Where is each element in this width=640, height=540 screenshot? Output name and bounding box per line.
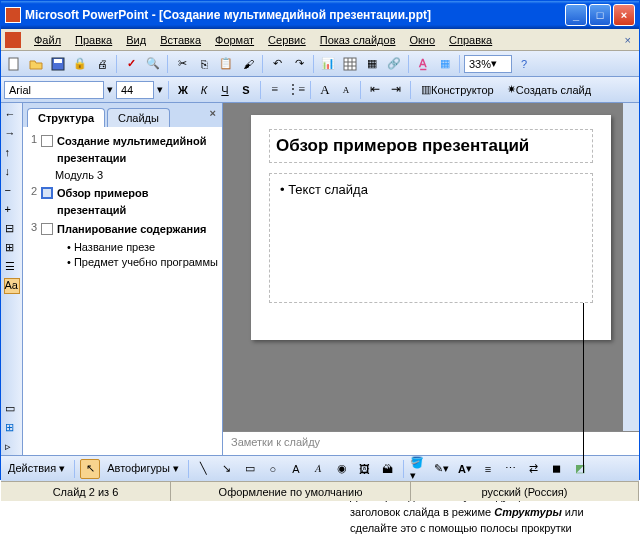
menu-tools[interactable]: Сервис [261,32,313,48]
close-pane-icon[interactable]: × [210,107,216,119]
dash-style-icon[interactable]: ⋯ [501,459,521,479]
menu-format[interactable]: Формат [208,32,261,48]
threed-style-icon[interactable]: ◩ [570,459,590,479]
font-name-select[interactable]: Arial [4,81,104,99]
slide-body-placeholder[interactable]: • Текст слайда [269,173,593,303]
collapse-icon[interactable]: − [4,183,20,199]
italic-button[interactable]: К [195,81,213,99]
rectangle-icon[interactable]: ▭ [240,459,260,479]
demote-icon[interactable]: → [4,126,20,142]
menu-window[interactable]: Окно [403,32,443,48]
outline-bullet[interactable]: • Предмет учебно программы [67,256,218,268]
menu-edit[interactable]: Правка [68,32,119,48]
chart-icon[interactable]: 📊 [318,54,338,74]
designer-button[interactable]: ▥ Конструктор [416,80,499,100]
collapse-all-icon[interactable]: ⊟ [4,221,20,237]
help-icon[interactable]: ? [514,54,534,74]
increase-indent-icon[interactable]: ⇥ [387,81,405,99]
help-question[interactable]: × [619,32,637,48]
print-icon[interactable]: 🖨 [92,54,112,74]
picture-icon[interactable]: 🏔 [378,459,398,479]
diagram-icon[interactable]: ◉ [332,459,352,479]
research-icon[interactable]: 🔍 [143,54,163,74]
spellcheck-icon[interactable]: ✓ [121,54,141,74]
table-icon[interactable] [340,54,360,74]
slide-area[interactable]: Обзор примеров презентаций • Текст слайд… [223,103,639,431]
new-slide-button[interactable]: ✷ Создать слайд [502,80,596,100]
bold-button[interactable]: Ж [174,81,192,99]
slide-sorter-icon[interactable]: ⊞ [4,420,20,436]
close-button[interactable]: × [613,4,635,26]
line-style-icon[interactable]: ≡ [478,459,498,479]
menu-slideshow[interactable]: Показ слайдов [313,32,403,48]
expand-icon[interactable]: + [4,202,20,218]
textbox-icon[interactable]: A [286,459,306,479]
undo-icon[interactable]: ↶ [267,54,287,74]
cut-icon[interactable]: ✂ [172,54,192,74]
line-color-icon[interactable]: ✎▾ [432,459,452,479]
slide[interactable]: Обзор примеров презентаций • Текст слайд… [251,115,611,340]
move-down-icon[interactable]: ↓ [4,164,20,180]
slide-icon[interactable] [41,223,53,235]
summary-icon[interactable]: ☰ [4,259,20,275]
paste-icon[interactable]: 📋 [216,54,236,74]
outline-item[interactable]: 2 Обзор примеров презентаций [27,185,218,218]
expand-icon[interactable]: A̲ [413,54,433,74]
bullets-icon[interactable]: ⋮≡ [287,81,305,99]
zoom-select[interactable]: 33% ▾ [464,55,512,73]
expand-all-icon[interactable]: ⊞ [4,240,20,256]
slide-icon[interactable] [41,187,53,199]
save-icon[interactable] [48,54,68,74]
decrease-font-icon[interactable]: A [337,81,355,99]
notes-pane[interactable]: Заметки к слайду [223,431,639,455]
increase-font-icon[interactable]: A [316,81,334,99]
minimize-button[interactable]: _ [565,4,587,26]
shadow-style-icon[interactable]: ◼ [547,459,567,479]
open-icon[interactable] [26,54,46,74]
outline-content[interactable]: 1 Создание мультимедийной презентации Мо… [23,127,222,455]
underline-button[interactable]: Ч [216,81,234,99]
menu-file[interactable]: Файл [27,32,68,48]
dropdown-icon[interactable]: ▾ [107,83,113,96]
shadow-button[interactable]: S [237,81,255,99]
slide-title-text[interactable]: Обзор примеров презентаций [276,136,586,156]
vertical-scrollbar[interactable] [623,103,639,431]
slide-icon[interactable] [41,135,53,147]
menu-help[interactable]: Справка [442,32,499,48]
arrow-icon[interactable]: ↘ [217,459,237,479]
permission-icon[interactable]: 🔒 [70,54,90,74]
clipart-icon[interactable]: 🖼 [355,459,375,479]
slide-title-placeholder[interactable]: Обзор примеров презентаций [269,129,593,163]
dropdown-icon[interactable]: ▾ [157,83,163,96]
tab-slides[interactable]: Слайды [107,108,170,127]
maximize-button[interactable]: □ [589,4,611,26]
tab-outline[interactable]: Структура [27,108,105,127]
decrease-indent-icon[interactable]: ⇤ [366,81,384,99]
copy-icon[interactable]: ⎘ [194,54,214,74]
menu-view[interactable]: Вид [119,32,153,48]
show-grid-icon[interactable]: ▦ [435,54,455,74]
arrow-style-icon[interactable]: ⇄ [524,459,544,479]
fill-color-icon[interactable]: 🪣▾ [409,459,429,479]
hyperlink-icon[interactable]: 🔗 [384,54,404,74]
new-icon[interactable] [4,54,24,74]
slide-bullet[interactable]: • Текст слайда [280,182,582,197]
autoshapes-menu[interactable]: Автофигуры ▾ [103,462,183,475]
move-up-icon[interactable]: ↑ [4,145,20,161]
redo-icon[interactable]: ↷ [289,54,309,74]
menu-insert[interactable]: Вставка [153,32,208,48]
promote-icon[interactable]: ← [4,107,20,123]
wordart-icon[interactable]: 𝐴 [309,459,329,479]
slideshow-icon[interactable]: ▹ [4,439,20,455]
numbering-icon[interactable]: ≡ [266,81,284,99]
font-size-select[interactable]: 44 [116,81,154,99]
actions-menu[interactable]: Действия ▾ [4,462,69,475]
normal-view-icon[interactable]: ▭ [4,401,20,417]
outline-item[interactable]: 1 Создание мультимедийной презентации [27,133,218,166]
status-language[interactable]: русский (Россия) [411,482,639,501]
outline-subtitle[interactable]: Модуль 3 [55,169,218,181]
font-color-icon[interactable]: A▾ [455,459,475,479]
line-icon[interactable]: ╲ [194,459,214,479]
show-formatting-icon[interactable]: Aa [4,278,20,294]
oval-icon[interactable]: ○ [263,459,283,479]
